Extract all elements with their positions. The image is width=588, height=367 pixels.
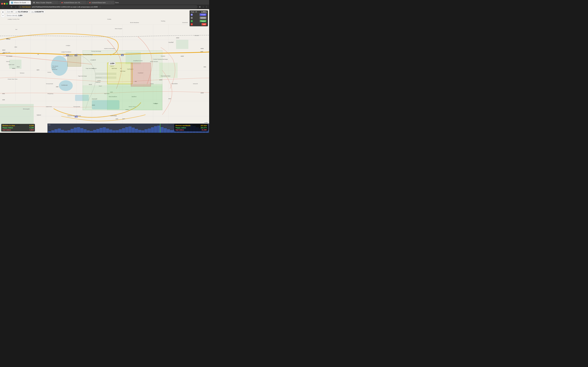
svg-text:Langley Country Park: Langley Country Park (8, 18, 20, 20)
map-controls: + − (1, 10, 5, 17)
rate-row: Rate +R 1,000/s (191, 11, 207, 13)
overlay-red (131, 63, 151, 86)
sad-status-right-row: Sad status 15,360 (175, 129, 207, 131)
chart-bar-item (71, 129, 74, 133)
chart-bar-item (96, 129, 99, 133)
svg-text:A412: A412 (15, 47, 17, 48)
chart-bar-item (148, 129, 151, 133)
happy-button[interactable]: happy (200, 20, 207, 23)
happy-status-left-value: 5,120 (29, 127, 34, 129)
forward-button[interactable]: → (6, 5, 9, 8)
devices-worldwide-label: Devices worldwide (175, 125, 190, 126)
stats-left-panel: Devices in view 6,144 Happy status 5,120… (1, 124, 35, 132)
svg-text:Myrke: Myrke (6, 56, 9, 57)
devices-worldwide-value: 237,633 (201, 125, 207, 126)
refresh-button[interactable]: ↻ (10, 5, 13, 8)
tab-akka[interactable]: ⚙ Akka Cluster Sharding Viewer × (31, 1, 59, 5)
close-button[interactable] (1, 3, 3, 5)
rate-value: 1,000/s (201, 11, 207, 13)
chart-bar-item (90, 131, 93, 133)
svg-text:A3002: A3002 (201, 48, 204, 49)
delete-color-swatch (191, 17, 193, 19)
tab3-favicon: 🐙 (61, 2, 63, 3)
happy-status-left-row: Happy status 5,120 (2, 127, 34, 129)
create-row: create (191, 13, 207, 16)
create-color-swatch (191, 14, 193, 16)
tab1-close[interactable]: × (27, 1, 29, 4)
devices-worldwide-row: Devices worldwide 237,633 (175, 125, 207, 127)
new-tab-button[interactable]: New (115, 1, 119, 5)
chart-bar-item (167, 129, 170, 133)
svg-text:Staines-upon-Thames: Staines-upon-Thames (67, 115, 81, 117)
chart-bar-item (87, 130, 90, 133)
delete-row: delete (191, 17, 207, 19)
tab2-close[interactable]: × (55, 1, 57, 4)
lat-pill: Lat 51.47140414 (14, 10, 29, 13)
tab-woe-twin[interactable]: 🐙 mckeeh3/woe-twin: Where On... × (87, 1, 114, 5)
tab4-close[interactable]: × (111, 1, 113, 4)
overlay-yellow (107, 63, 132, 84)
chart-bar-item (119, 129, 122, 133)
sad-button[interactable]: sad (201, 23, 207, 26)
back-button[interactable]: ← (1, 5, 5, 8)
svg-text:Hounslow: Hounslow (172, 83, 178, 84)
zoom-out-button[interactable]: − (1, 14, 5, 17)
zoom-in-button[interactable]: + (1, 10, 5, 14)
tab1-favicon: 🌍 (11, 2, 13, 3)
tab2-label: Akka Cluster Sharding Viewer (36, 2, 54, 3)
svg-text:Bishopsgate: Bishopsgate (23, 108, 30, 110)
chart-bar-item (132, 128, 135, 133)
home-button[interactable]: ⌂ (14, 5, 17, 8)
delete-button[interactable]: delete (200, 17, 207, 19)
lng-pill: Lng -0.46109770 (30, 10, 45, 13)
settings-icon[interactable]: ⋮ (205, 6, 208, 8)
chart-bar-item (135, 129, 138, 133)
svg-text:Wexham Court: Wexham Court (3, 52, 10, 53)
tab-where-on-earth[interactable]: 🌍 Where On Earth × (9, 1, 31, 5)
svg-text:B455: B455 (201, 51, 203, 52)
happy-color-swatch (191, 20, 193, 22)
svg-text:Wraysbury: Wraysbury (47, 93, 53, 94)
create-button[interactable]: create (199, 13, 207, 16)
chart-bar-item (122, 128, 125, 133)
svg-text:Heathrow Interchange: Heathrow Interchange (104, 48, 115, 49)
svg-text:A355: A355 (6, 38, 9, 39)
security-icon: ⚠ (20, 6, 21, 8)
downloads-icon[interactable]: ↓ (202, 6, 205, 8)
svg-text:West Drayton: West Drayton (115, 28, 122, 29)
map-tooltip: 1,024 (109, 62, 115, 65)
svg-text:Runnymede: Runnymede (73, 106, 80, 107)
chart-bar-item (93, 130, 96, 133)
map-container[interactable]: Slough Iver Eton Windsor Clewer New Town… (0, 9, 209, 133)
svg-text:A4: A4 (37, 54, 39, 55)
lat-value: 51.47140414 (18, 11, 28, 13)
svg-text:A3004: A3004 (201, 92, 204, 93)
sad-row: sad (191, 23, 207, 26)
chart-bar-item (67, 130, 70, 133)
svg-text:Yeading: Yeading (161, 20, 165, 22)
svg-text:Colnbrook: Colnbrook (61, 84, 68, 86)
tab3-close[interactable]: × (83, 1, 85, 4)
chart-bar-item (141, 130, 144, 133)
fullscreen-button[interactable] (6, 3, 8, 5)
svg-text:B3021: B3021 (12, 68, 15, 69)
chart-bar-item (170, 130, 173, 133)
tab3-label: mckeeh3/woe-sim: Where On... (64, 2, 82, 3)
happy-status-right-row: Happy status 222,273 (175, 127, 207, 129)
chart-bar-item (116, 130, 119, 133)
svg-text:A308: A308 (56, 86, 58, 87)
devices-in-view-label: Devices in view (2, 125, 15, 126)
svg-text:Horton: Horton (47, 72, 51, 73)
rate-panel: Rate +R 1,000/s create delete happy sad (190, 10, 208, 26)
tab-bar: 🌍 Where On Earth × ⚙ Akka Cluster Shardi… (0, 0, 209, 5)
chart-bar-item (58, 129, 61, 133)
extensions-icon[interactable]: ⊞ (199, 6, 201, 8)
chart-bar-item (125, 127, 128, 133)
address-input[interactable]: ⚠ Not Secure a91076d00ad1f4342befdaf380d… (18, 5, 198, 8)
stats-right-panel: Devices worldwide 237,633 Happy status 2… (174, 124, 208, 132)
zoom-value: 6 (11, 11, 12, 13)
tab-woe-sim[interactable]: 🐙 mckeeh3/woe-sim: Where On... × (59, 1, 87, 5)
bookmark-icon[interactable]: ☆ (99, 6, 101, 8)
minimize-button[interactable] (4, 3, 5, 5)
tab2-favicon: ⚙ (33, 2, 35, 3)
